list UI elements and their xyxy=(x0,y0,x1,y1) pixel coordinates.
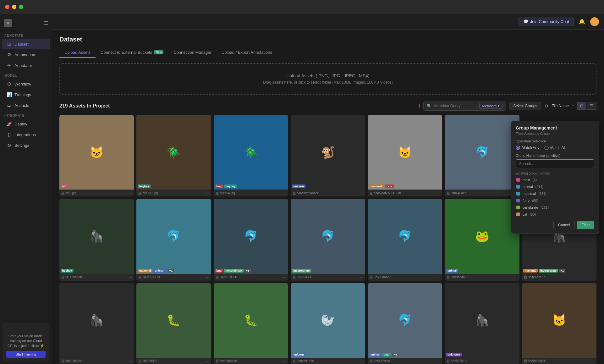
asset-more-button[interactable]: ··· xyxy=(514,359,518,363)
asset-tag: heyhey xyxy=(224,185,237,188)
group-name-input[interactable] xyxy=(516,159,594,168)
tab-badge-buckets: New xyxy=(154,50,163,54)
asset-item[interactable]: 🐬 🖼 9c509aa4d2.jpg ··· xyxy=(368,199,442,280)
sidebar-item-automation[interactable]: ⚙ Automation xyxy=(2,49,50,60)
asset-item[interactable]: 🦍 unknown 🖼 8e2552b16f.jpg ··· xyxy=(445,283,519,364)
avatar[interactable] xyxy=(590,17,599,26)
cancel-button[interactable]: Cancel xyxy=(553,221,574,229)
asset-more-button[interactable]: ··· xyxy=(206,191,209,195)
sidebar-item-integrations[interactable]: ⟨⟩ Integrations xyxy=(2,129,50,140)
join-community-button[interactable]: 💬 Join Community Chat xyxy=(519,17,574,26)
asset-item[interactable]: 🐬 buginvertebrate+3 🖼 9d21019336.jpg ··· xyxy=(214,199,288,280)
asset-more-button[interactable]: ··· xyxy=(437,191,440,195)
group-list-item[interactable]: vertebrate (161) xyxy=(516,205,594,210)
asset-item[interactable]: 🦭 unicorn 🖼 8e8ec91d3e.jpg ··· xyxy=(291,283,365,364)
sidebar-section-model: MODEL xyxy=(0,71,52,79)
minimize-button[interactable] xyxy=(12,5,16,9)
asset-thumbnail: 🐸 animal xyxy=(445,199,519,273)
file-name-label: File Name xyxy=(552,104,569,108)
sidebar-item-artifacts[interactable]: 🗂 Artifacts xyxy=(2,100,50,111)
upload-area[interactable]: Upload Assets (.PNG, .JPG, .JPEG, .MP4) … xyxy=(59,63,596,95)
info-icon[interactable]: ℹ xyxy=(419,103,420,108)
group-list-item[interactable]: mammal (161) xyxy=(516,191,594,196)
asset-tags: mammalinvertebrate+1 xyxy=(523,269,565,273)
sidebar-item-label-settings: Settings xyxy=(14,143,29,148)
operation-options: Match Any Match All xyxy=(516,146,594,150)
radio-match_any[interactable]: Match Any xyxy=(516,146,539,150)
radio-match_all[interactable]: Match All xyxy=(544,146,566,150)
select-groups-button[interactable]: Select Groups xyxy=(509,102,541,110)
notification-icon[interactable]: 🔔 xyxy=(578,17,586,26)
asset-thumbnail: 🦭 unicorn xyxy=(291,283,365,358)
asset-more-button[interactable]: ··· xyxy=(591,359,595,363)
group-management-panel: Group Management Filter Assets by Group … xyxy=(511,121,599,234)
assets-controls: ℹ 🔍 Metadata ▾ Select Groups ⚙ File Name… xyxy=(419,101,596,111)
tab-export[interactable]: Upload / Export Annotations xyxy=(217,47,277,58)
sidebar-item-workflow[interactable]: ⬡ Workflow xyxy=(2,79,50,89)
asset-more-button[interactable]: ··· xyxy=(360,191,363,195)
list-view-button[interactable]: ☰ xyxy=(587,102,596,110)
asset-item[interactable]: 🪲 heyhey 🖼 beetle7.jpg ··· xyxy=(136,115,211,196)
asset-item[interactable]: 🐬 mammalunicorn+1 🖼 9d3c271770.jpg ··· xyxy=(136,199,211,280)
asset-item[interactable]: 🐛 🖼 8ee91b44e0.jpg ··· xyxy=(214,283,288,364)
asset-item[interactable]: 🪲 bugheyhey 🖼 beetle4.jpg ··· xyxy=(214,115,288,196)
close-button[interactable] xyxy=(5,5,9,9)
tab-buckets[interactable]: Connect to External BucketsNew xyxy=(96,47,168,58)
sidebar-item-annotator[interactable]: ✏ Annotator xyxy=(2,60,50,71)
asset-more-button[interactable]: ··· xyxy=(283,191,286,195)
sidebar-item-trainings[interactable]: 📊 Trainings xyxy=(2,89,50,100)
asset-name: aaaa-cat-9293137b5d.j... xyxy=(374,191,405,195)
sort-icon[interactable]: ↑ xyxy=(572,103,574,108)
sidebar-item-deploy[interactable]: 🚀 Deploy xyxy=(2,119,50,129)
asset-more-button[interactable]: ··· xyxy=(437,359,440,363)
group-list-item[interactable]: main (6) xyxy=(516,177,594,183)
group-list-item[interactable]: animal (214) xyxy=(516,184,594,190)
group-list: main (6) animal (214) mammal (161) furry… xyxy=(516,177,594,217)
asset-item[interactable]: 🐬 animalbear+4 🖼 8e5c1793fd.jpg ··· xyxy=(368,283,442,364)
tab-connection[interactable]: Connection Manager xyxy=(168,47,217,58)
sidebar-item-settings[interactable]: ⚙ Settings xyxy=(2,140,50,151)
asset-more-button[interactable]: ··· xyxy=(360,359,363,363)
metadata-badge[interactable]: Metadata ▾ xyxy=(479,103,502,109)
asset-item[interactable]: 🐱 mammalxxxx 🖼 aaaa-cat-9293137b5d.j... … xyxy=(368,115,442,196)
asset-item[interactable]: 🐬 🖼 9ffb640dea.j... ··· xyxy=(445,115,519,196)
asset-more-button[interactable]: ··· xyxy=(283,275,286,279)
asset-item[interactable]: 🐱 tyf 🖼 cat5.jpg ··· xyxy=(59,115,134,196)
asset-thumbnail: 🦍 unknown xyxy=(445,283,519,358)
asset-item[interactable]: 🦍 heyhey 🖼 9f1188ab7b.jpg ··· xyxy=(59,199,134,280)
radio-circle-match_all xyxy=(544,146,549,150)
filter-button[interactable]: Filter xyxy=(577,221,594,229)
asset-item[interactable]: 🐛 🖼 8f898d9281.jpg ··· xyxy=(136,283,211,364)
asset-more-button[interactable]: ··· xyxy=(206,359,209,363)
start-training-button[interactable]: Start Training xyxy=(6,351,46,358)
group-list-item[interactable]: furry (50) xyxy=(516,198,594,203)
training-card: ↑ Start your vision model training on ou… xyxy=(3,323,49,361)
asset-item[interactable]: 🐱 🖼 8d88a86d91.jpg ··· xyxy=(522,283,596,364)
asset-more-button[interactable]: ··· xyxy=(437,275,440,279)
asset-item[interactable]: 🦍 🖼 8fd20d83cc.jpg ··· xyxy=(59,283,134,364)
settings-icon[interactable]: ⚙ xyxy=(544,103,548,108)
asset-more-button[interactable]: ··· xyxy=(129,275,132,279)
tab-upload[interactable]: Upload Assets xyxy=(59,47,96,58)
asset-tags: unicorn xyxy=(292,353,305,356)
asset-more-button[interactable]: ··· xyxy=(514,275,518,279)
asset-more-button[interactable]: ··· xyxy=(206,275,209,279)
asset-more-button[interactable]: ··· xyxy=(360,275,363,279)
group-panel-title: Group Management xyxy=(516,125,594,130)
main-content: Dataset Upload AssetsConnect to External… xyxy=(52,30,604,364)
grid-view-button[interactable]: ⊞ xyxy=(577,102,586,110)
asset-more-button[interactable]: ··· xyxy=(591,275,595,279)
asset-item[interactable]: 🐒 unicorn 🖼 aaachimpanzee2.jpg ··· xyxy=(291,115,365,196)
asset-more-button[interactable]: ··· xyxy=(283,359,286,363)
sidebar-item-dataset[interactable]: ⊞ Dataset xyxy=(2,39,50,49)
asset-item[interactable]: 🐸 animal 🖼 9b89be4a98.jpg ··· xyxy=(445,199,519,280)
asset-more-button[interactable]: ··· xyxy=(129,359,132,363)
search-input[interactable] xyxy=(433,104,477,108)
asset-item[interactable]: 🐬 invertebrate 🖼 9c555a3801.jpg ··· xyxy=(291,199,365,280)
group-list-item[interactable]: cat (50) xyxy=(516,212,594,217)
maximize-button[interactable] xyxy=(19,5,23,9)
menu-icon[interactable]: ☰ xyxy=(44,20,48,26)
asset-name: 9d3c271770.jpg xyxy=(142,275,163,279)
asset-more-button[interactable]: ··· xyxy=(129,191,132,195)
asset-name: 8e2552b16f.jpg xyxy=(451,359,471,363)
